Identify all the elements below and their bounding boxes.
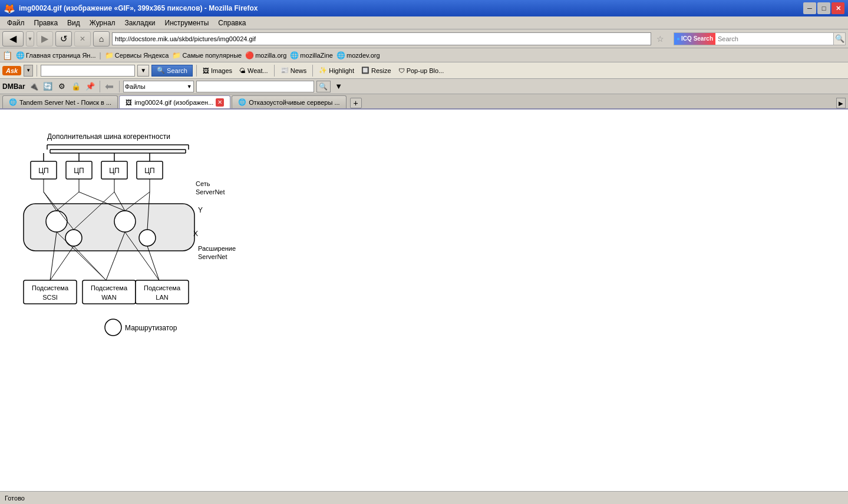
close-button[interactable]: ✕	[831, 2, 844, 14]
ask-toolbar: Ask ▼ ▼ 🔍 Search 🖼 Images 🌤 Weat... 📰 Ne…	[0, 62, 848, 79]
ask-search-button[interactable]: 🔍 Search	[151, 65, 193, 77]
svg-text:Дополнительная шина кoгерентно: Дополнительная шина кoгерентности	[47, 132, 170, 141]
dmbar-select-label: Файлы	[125, 83, 146, 90]
ask-logo: Ask	[2, 66, 21, 75]
ask-search-select[interactable]: ▼	[137, 65, 149, 77]
svg-point-25	[46, 211, 67, 232]
icq-search-bar: ● ICQ Search 🔍	[674, 32, 846, 45]
tab-tandem[interactable]: 🌐 Tandem Server Net - Поиск в ...	[2, 95, 118, 108]
bookmark-icon-moz: 🔴	[245, 51, 254, 59]
dm-bar: DMBar 🔌 🔄 ⚙ 🔒 📌 ⬅ Файлы ▼ 🔍 ▼	[0, 79, 848, 94]
minimize-button[interactable]: ─	[803, 2, 816, 14]
svg-point-26	[114, 211, 136, 232]
ask-search-input[interactable]	[41, 65, 135, 77]
dmbar-select-dropdown[interactable]: Файлы ▼	[123, 81, 194, 92]
svg-text:Расширение: Расширение	[198, 245, 236, 252]
firefox-icon: 🦊	[4, 3, 15, 14]
content-area: Дополнительная шина кoгерентности ЦП ЦП	[0, 110, 848, 491]
dmbar-path-input[interactable]	[196, 81, 314, 92]
weather-button[interactable]: 🌤 Weat...	[237, 66, 270, 75]
images-button[interactable]: 🖼 Images	[200, 66, 235, 75]
address-bar-container	[112, 32, 651, 45]
bookmark-mozillazine[interactable]: 🌐 mozillaZine	[290, 51, 333, 59]
resize-icon: 🔲	[361, 67, 369, 74]
tab-label-tandem: Tandem Server Net - Поиск в ...	[19, 99, 111, 106]
svg-text:ЦП: ЦП	[38, 167, 49, 175]
dmbar-icon-3[interactable]: ⚙	[56, 81, 68, 92]
dmbar-sep-2	[119, 81, 120, 92]
news-button[interactable]: 📰 News	[278, 65, 309, 75]
toolbar-separator-4	[312, 65, 313, 77]
icq-search-input[interactable]	[715, 33, 833, 45]
bookmark-yandex-services[interactable]: 📁 Сервисы Яндекса	[105, 51, 169, 59]
bookmark-mozilla-org[interactable]: 🔴 mozilla.org	[245, 51, 286, 59]
tab-scroll-right[interactable]: ▶	[836, 98, 846, 108]
svg-point-28	[139, 230, 156, 246]
svg-text:ЦП: ЦП	[109, 167, 120, 175]
svg-text:Подсистема: Подсистема	[144, 284, 181, 291]
bookmarks-bar: 📋 🌐 Главная страница Ян... | 📁 Сервисы Я…	[0, 48, 848, 62]
ask-dropdown-button[interactable]: ▼	[24, 65, 33, 77]
shield-icon: 🛡	[398, 67, 405, 74]
diagram-svg: Дополнительная шина кoгерентности ЦП ЦП	[18, 127, 253, 339]
address-bar[interactable]	[112, 32, 651, 45]
new-tab-button[interactable]: +	[350, 98, 362, 108]
bookmark-icon-popular: 📁	[172, 51, 181, 59]
bookmark-star-button[interactable]: ☆	[654, 32, 666, 45]
toolbar-separator-3	[274, 65, 275, 77]
dmbar-icon-5[interactable]: 📌	[84, 81, 96, 92]
resize-button[interactable]: 🔲 Resize	[359, 65, 394, 75]
tab-icon-tandem: 🌐	[9, 98, 17, 106]
menu-file[interactable]: Файл	[2, 18, 29, 28]
bookmarks-icon: 📋	[2, 51, 12, 60]
tab-close-image[interactable]: ✕	[216, 98, 224, 107]
forward-button[interactable]: ▶	[37, 31, 53, 47]
highlight-button[interactable]: ✨ Highlight	[316, 65, 357, 75]
svg-text:X: X	[193, 230, 198, 238]
tab-servers[interactable]: 🌐 Отказоустойчивые серверы ...	[232, 95, 346, 108]
tab-label-servers: Отказоустойчивые серверы ...	[249, 99, 339, 106]
svg-text:Подсистема: Подсистема	[91, 284, 128, 291]
weather-icon: 🌤	[239, 67, 246, 74]
toolbar-separator-1	[37, 65, 37, 77]
magnify-icon: 🔍	[157, 67, 165, 74]
dmbar-go-button[interactable]: 🔍	[316, 81, 331, 92]
dmbar-back-icon[interactable]: ⬅	[104, 81, 116, 92]
menu-help[interactable]: Справка	[213, 18, 250, 28]
svg-text:LAN: LAN	[156, 294, 168, 301]
svg-text:ЦП: ЦП	[144, 167, 155, 175]
svg-point-59	[105, 319, 121, 336]
back-button[interactable]: ◀	[2, 31, 24, 47]
dmbar-icon-4[interactable]: 🔒	[70, 81, 82, 92]
menu-edit[interactable]: Правка	[29, 18, 63, 28]
maximize-button[interactable]: □	[817, 2, 830, 14]
svg-point-27	[65, 230, 82, 246]
popup-blocker-button[interactable]: 🛡 Pop-up Blo...	[396, 66, 447, 75]
reload-button[interactable]: ↺	[55, 31, 72, 47]
bookmark-popular[interactable]: 📁 Самые популярные	[172, 51, 242, 59]
dmbar-extra-icon[interactable]: ▼	[333, 81, 345, 92]
bookmark-main-yandex[interactable]: 🌐 Главная страница Ян...	[16, 51, 96, 59]
stop-button[interactable]: ✕	[74, 31, 91, 47]
svg-text:ЦП: ЦП	[74, 167, 84, 175]
home-button[interactable]: ⌂	[93, 31, 110, 47]
titlebar-controls: ─ □ ✕	[803, 2, 844, 14]
icq-search-button[interactable]: 🔍	[833, 33, 845, 45]
dmbar-icon-2[interactable]: 🔄	[42, 81, 54, 92]
highlight-icon: ✨	[319, 67, 327, 74]
svg-text:ServerNet: ServerNet	[198, 253, 227, 260]
tab-image[interactable]: 🖼 img00024.gif (изображен... ✕	[119, 95, 230, 108]
dmbar-label: DMBar	[2, 82, 25, 91]
menu-tools[interactable]: Инструменты	[160, 18, 214, 28]
dmbar-icon-1[interactable]: 🔌	[28, 81, 39, 92]
dmbar-select-arrow: ▼	[187, 84, 192, 89]
menu-bookmarks[interactable]: Закладки	[120, 18, 160, 28]
menu-view[interactable]: Вид	[62, 18, 85, 28]
svg-text:SCSI: SCSI	[42, 294, 58, 301]
menu-history[interactable]: Журнал	[85, 18, 120, 28]
browser-window: 🦊 img00024.gif (изображение «GIF», 399x3…	[0, 0, 848, 504]
svg-text:Сеть: Сеть	[196, 180, 210, 187]
bookmark-mozdev[interactable]: 🌐 mozdev.org	[336, 51, 380, 59]
dmbar-file-select: Файлы ▼	[123, 81, 194, 92]
dropdown-button[interactable]: ▼	[26, 31, 34, 47]
